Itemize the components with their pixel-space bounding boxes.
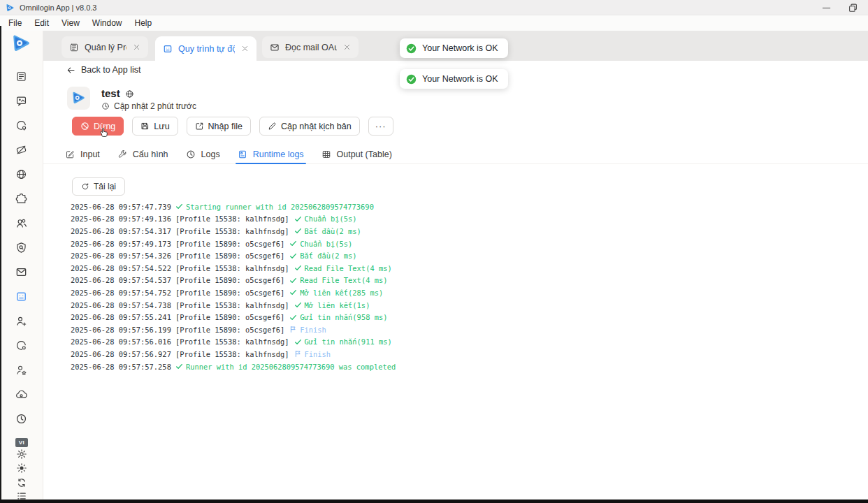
menu-item-edit[interactable]: Edit [28,17,55,29]
log-timestamp: 2025-06-28 09:57:57.258 [71,363,171,371]
minimize-icon[interactable] [821,3,832,13]
sidebar-team-icon[interactable] [15,217,27,229]
sidebar: VI [0,31,43,503]
log-message: Finish [305,350,331,358]
menu-item-help[interactable]: Help [129,17,159,29]
updated-row: Cập nhật 2 phút trước [101,101,196,111]
workspace-tab[interactable]: Quy trình tự động [155,36,256,61]
tab-label: Cấu hình [133,150,168,159]
log-timestamp: 2025-06-28 09:57:55.241 [71,313,171,321]
log-status: Mở liên kết(285 ms) [289,289,383,297]
sidebar-shield-search-icon[interactable] [15,242,27,254]
language-badge[interactable]: VI [15,438,28,447]
sidebar-extension-icon[interactable] [15,193,27,205]
log-line: 2025-06-28 09:57:54.537[Profile 15890: o… [71,275,857,287]
log-status: Gửi tin nhắn(958 ms) [289,313,387,321]
check-icon [175,363,183,370]
update-script-label: Cập nhật kịch bản [281,122,352,131]
stop-button[interactable]: Dừng [72,117,124,136]
log-profile: [Profile 15890: o5csgef6] [175,276,284,284]
tab-close-icon[interactable] [241,45,249,52]
sidebar-theme-icon[interactable] [16,462,27,474]
back-to-app-list-link[interactable]: Back to App list [66,65,140,75]
tab-c-u-h-nh[interactable]: Cấu hình [117,145,168,163]
check-icon [289,314,297,321]
log-status: Read File Text(4 ms) [294,264,392,272]
save-button[interactable]: Lưu [132,117,178,136]
log-timestamp: 2025-06-28 09:57:47.739 [71,203,171,211]
toast-text: Your Network is OK [422,74,498,84]
menu-item-view[interactable]: View [55,17,86,29]
update-script-button[interactable]: Cập nhật kịch bản [259,117,360,136]
edit-icon [65,150,75,159]
sidebar-settings-gear-icon[interactable] [16,449,27,460]
sidebar-profile-list-icon[interactable] [15,71,27,82]
tab-close-icon[interactable] [133,43,140,51]
log-line: 2025-06-28 09:57:54.522[Profile 15538: k… [71,262,857,275]
log-line: 2025-06-28 09:57:54.326[Profile 15890: o… [71,249,857,262]
check-icon [289,252,297,260]
log-profile: [Profile 15538: kalhfnsdg] [175,214,289,223]
tab-output-table-[interactable]: Output (Table) [321,145,392,163]
tab-input[interactable]: Input [65,145,100,163]
menu-item-file[interactable]: File [2,17,28,29]
window-bottom-edge [0,500,868,503]
check-circle-icon [406,43,417,54]
sidebar-mail-icon[interactable] [15,266,27,278]
network-toast: Your Network is OK [400,38,508,58]
log-message: Chuẩn bị(5s) [305,214,357,223]
sidebar-automation-icon[interactable] [15,291,27,302]
sidebar-disabled-tag-icon[interactable] [15,144,27,156]
log-message: Starting runner with id 2025062809574773… [186,203,374,211]
sidebar-add-member-icon[interactable] [15,315,27,327]
log-timestamp: 2025-06-28 09:57:49.173 [71,240,171,248]
check-icon [289,289,297,296]
log-line: 2025-06-28 09:57:54.738[Profile 15538: k… [71,299,857,312]
log-status: Finish [294,350,331,358]
import-label: Nhập file [208,122,243,131]
flag-icon [289,326,297,333]
sidebar-member-star-icon[interactable] [15,364,27,376]
sidebar-sync-arrows-icon[interactable] [16,477,27,488]
check-icon [294,227,302,235]
tab-label: Runtime logs [253,150,304,159]
sidebar-history-icon[interactable] [15,413,27,425]
tab-close-icon[interactable] [343,43,351,51]
sidebar-api-settings-icon[interactable] [15,340,27,351]
tab-logs[interactable]: Logs [186,145,220,163]
actions-row: Dừng Lưu Nhập file Cập nhật kịch bản ··· [72,117,393,136]
history-icon [186,150,196,159]
workspace-tab[interactable]: Quản lý Profile [62,36,148,58]
reload-label: Tải lại [94,182,116,191]
menu-item-window[interactable]: Window [86,17,129,29]
sidebar-globe-icon[interactable] [15,168,27,180]
floppy-icon [140,122,150,131]
sidebar-sync-settings-icon[interactable] [15,119,27,131]
more-actions-button[interactable]: ··· [368,117,393,136]
tab-runtime-logs[interactable]: Runtime logs [238,145,304,163]
workspace-tab[interactable]: Đọc mail OAuth2 [262,36,359,58]
log-timestamp: 2025-06-28 09:57:54.317 [71,227,171,235]
log-message: Bắt đầu(2 ms) [300,252,356,260]
stop-label: Dừng [94,122,115,131]
sidebar-chat-image-icon[interactable] [15,95,27,107]
reload-button[interactable]: Tải lại [72,177,125,196]
log-status: Finish [289,326,326,334]
check-circle-icon [406,74,417,85]
check-icon [294,264,302,272]
title-bar: Omnilogin App | v8.0.3 [0,0,868,15]
flag-icon [294,350,302,358]
restore-icon[interactable] [848,3,858,13]
reload-icon [81,182,89,191]
log-status: Mở liên kết(1s) [294,301,370,309]
import-file-button[interactable]: Nhập file [187,117,251,136]
window-controls [821,0,858,15]
more-label: ··· [375,121,386,131]
toast-text: Your Network is OK [422,43,498,53]
sidebar-cloud-icon[interactable] [15,388,27,400]
automation-icon [163,44,173,54]
log-status: Gửi tin nhắn(911 ms) [294,337,392,346]
detail-tabs: InputCấu hìnhLogsRuntime logsOutput (Tab… [43,145,868,164]
log-profile: [Profile 15538: kalhfnsdg] [175,301,289,309]
menu-bar: FileEditViewWindowHelp [0,15,868,31]
